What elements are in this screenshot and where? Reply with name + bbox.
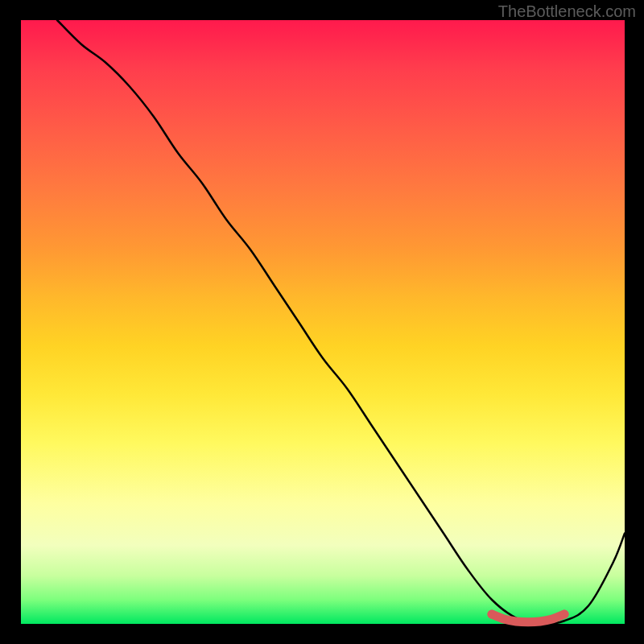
highlight-endpoint xyxy=(560,610,569,619)
curve-layer xyxy=(21,20,625,624)
main-curve xyxy=(57,20,625,624)
chart-frame: TheBottleneck.com xyxy=(0,0,644,644)
watermark-text: TheBottleneck.com xyxy=(498,2,636,21)
highlight-endpoint xyxy=(488,610,497,619)
highlight-curve xyxy=(492,614,564,622)
